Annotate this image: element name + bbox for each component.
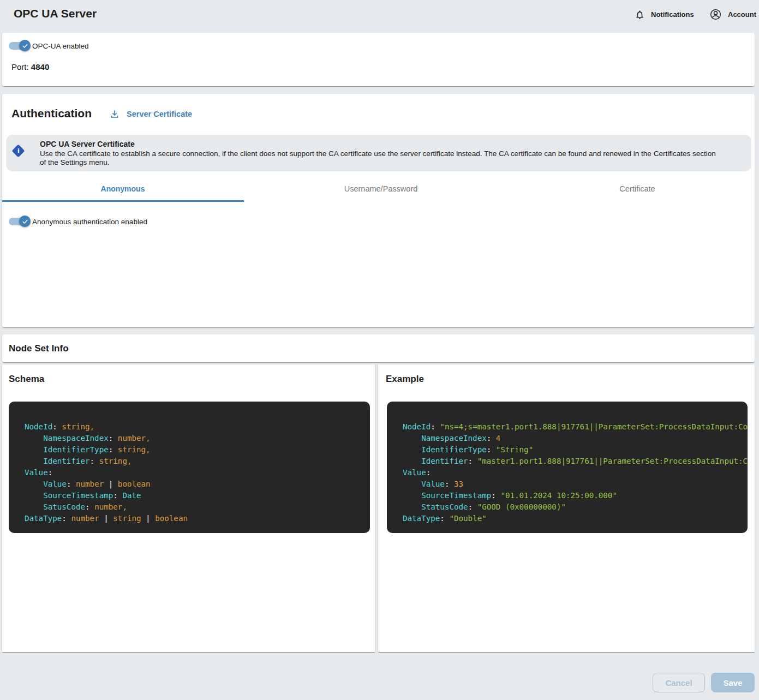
save-button[interactable]: Save xyxy=(711,673,755,692)
schema-panel: Schema NodeId: string, NamespaceIndex: n… xyxy=(2,364,375,652)
example-title: Example xyxy=(386,374,424,385)
example-panel: Example NodeId: "ns=4;s=master1.port1.88… xyxy=(378,364,755,652)
code-token: : xyxy=(48,468,53,477)
code-token: : xyxy=(109,445,118,454)
toggle-thumb xyxy=(19,216,31,227)
code-token: : xyxy=(487,434,496,442)
code-line: IdentifierType: "String" xyxy=(403,444,748,456)
code-token: | xyxy=(141,514,156,523)
anonymous-auth-toggle[interactable] xyxy=(10,216,29,227)
code-token: string, xyxy=(118,445,151,454)
code-line xyxy=(25,410,370,421)
tab-username-password[interactable]: Username/Password xyxy=(344,184,418,193)
opcua-enabled-toggle[interactable] xyxy=(10,40,29,51)
info-icon: i xyxy=(11,144,25,157)
code-token: boolean xyxy=(155,514,188,523)
code-line: NodeId: "ns=4;s=master1.port1.888|917761… xyxy=(403,421,748,433)
code-line: DataType: number | string | boolean xyxy=(25,513,370,524)
code-line: SourceTimestamp: "01.01.2024 10:25:00.00… xyxy=(403,490,748,501)
anonymous-auth-label: Anonymous authentication enabled xyxy=(32,218,147,226)
port-line: Port: 4840 xyxy=(11,62,49,71)
code-token: StatusCode xyxy=(403,502,468,511)
code-token: DataType xyxy=(25,514,62,523)
code-token: 33 xyxy=(454,480,463,488)
tab-anonymous[interactable]: Anonymous xyxy=(101,184,145,193)
notifications-icon[interactable] xyxy=(635,9,645,21)
code-line: Value: 33 xyxy=(403,478,748,490)
code-token: Value xyxy=(403,468,426,477)
download-icon[interactable] xyxy=(109,109,120,119)
code-token: : xyxy=(426,468,431,477)
notifications-label[interactable]: Notifications xyxy=(651,10,694,19)
code-token: boolean xyxy=(118,480,151,488)
node-set-info-title: Node Set Info xyxy=(9,343,69,354)
code-token: "ns=4;s=master1.port1.888|917761||Parame… xyxy=(440,422,748,431)
code-token: Value xyxy=(403,480,445,488)
code-line: IdentifierType: string, xyxy=(25,444,370,456)
code-token: : xyxy=(468,457,477,465)
server-certificate-link[interactable]: Server Certificate xyxy=(127,110,192,118)
example-code-block: NodeId: "ns=4;s=master1.port1.888|917761… xyxy=(387,402,748,533)
cancel-button[interactable]: Cancel xyxy=(653,673,705,692)
code-token: DataType xyxy=(403,514,440,523)
code-line: Value: number | boolean xyxy=(25,478,370,490)
account-icon[interactable] xyxy=(709,8,722,21)
code-token: string xyxy=(113,514,141,523)
code-token: "String" xyxy=(496,445,533,454)
code-line: NamespaceIndex: number, xyxy=(25,433,370,444)
page-title: OPC UA Server xyxy=(14,7,97,20)
node-set-info-header: Node Set Info xyxy=(2,334,755,362)
code-token: Value xyxy=(25,468,48,477)
code-token: IdentifierType xyxy=(403,445,487,454)
tab-certificate[interactable]: Certificate xyxy=(619,184,655,193)
code-token: 4 xyxy=(496,434,501,442)
code-token: "GOOD (0x00000000)" xyxy=(477,502,566,511)
code-line: Value: xyxy=(25,467,370,478)
code-line: NamespaceIndex: 4 xyxy=(403,433,748,444)
code-line: DataType: "Double" xyxy=(403,513,748,524)
code-token: Identifier xyxy=(403,457,468,465)
active-tab-indicator xyxy=(2,200,244,202)
app-header: OPC UA Server Notifications Account xyxy=(0,0,759,30)
code-token: : xyxy=(445,480,454,488)
code-token: NodeId xyxy=(403,422,431,431)
port-value: 4840 xyxy=(31,62,49,71)
code-token: string, xyxy=(62,422,94,431)
code-line: StatusCode: "GOOD (0x00000000)" xyxy=(403,501,748,513)
code-line: SatusCode: number, xyxy=(25,501,370,513)
code-token: number, xyxy=(118,434,151,442)
code-token: Value xyxy=(25,480,67,488)
code-token: number, xyxy=(94,502,127,511)
code-token: : xyxy=(52,422,62,431)
code-token: NamespaceIndex xyxy=(25,434,109,442)
code-token: IdentifierType xyxy=(25,445,109,454)
code-token: "01.01.2024 10:25:00.000" xyxy=(500,491,617,500)
code-token: number xyxy=(71,514,99,523)
example-code: NodeId: "ns=4;s=master1.port1.888|917761… xyxy=(387,402,748,524)
schema-title: Schema xyxy=(9,374,44,385)
code-token: "master1.port1.888|917761||ParameterSet:… xyxy=(477,457,748,465)
opcua-enabled-label: OPC-UA enabled xyxy=(32,42,89,50)
authentication-card: Authentication Server Certificate i OPC … xyxy=(2,94,755,327)
code-token: : xyxy=(109,434,118,442)
code-line: Identifier: "master1.port1.888|917761||P… xyxy=(403,456,748,467)
schema-code-block: NodeId: string, NamespaceIndex: number, … xyxy=(9,402,370,533)
code-token: | xyxy=(99,514,113,523)
authentication-title: Authentication xyxy=(11,107,92,120)
banner-body: Use the CA certificate to establish a se… xyxy=(40,149,716,166)
code-token: Date xyxy=(122,491,141,500)
code-token: NamespaceIndex xyxy=(403,434,487,442)
code-token: NodeId xyxy=(25,422,52,431)
code-token: string, xyxy=(99,457,132,465)
code-token: : xyxy=(62,514,71,523)
code-token: | xyxy=(104,480,118,488)
code-token: : xyxy=(85,502,94,511)
code-token: Identifier xyxy=(25,457,90,465)
code-token: "Double" xyxy=(449,514,486,523)
code-token: : xyxy=(468,502,477,511)
account-label[interactable]: Account xyxy=(728,10,756,19)
opcua-server-card: OPC-UA enabled Port: 4840 xyxy=(2,33,755,86)
code-token: : xyxy=(440,514,449,523)
code-line: Value: xyxy=(403,467,748,478)
code-line: NodeId: string, xyxy=(25,421,370,433)
